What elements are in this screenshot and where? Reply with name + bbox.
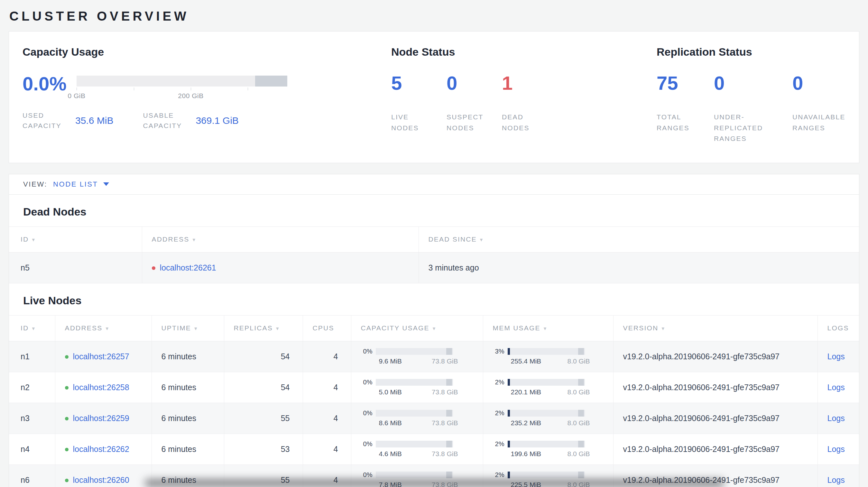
node-address-link[interactable]: localhost:26259 [73, 414, 129, 423]
sort-desc-icon: ▾ [32, 326, 35, 332]
usage-total-value: 8.0 GiB [567, 450, 590, 458]
memory-usage-values: 199.6 MiB8.0 GiB [493, 450, 590, 458]
usage-used-value: 4.6 MiB [379, 450, 402, 458]
logs-link[interactable]: Logs [828, 476, 845, 484]
live-nodes-table: ID▾ADDRESS▾UPTIME▾REPLICAS▾CPUSCAPACITY … [9, 315, 859, 487]
axis-tick-label: 200 GiB [178, 92, 203, 100]
node-uptime-cell: 6 minutes [152, 433, 224, 464]
live-nodes-stat: 5 LIVE NODES [391, 74, 446, 133]
column-label: ADDRESS [65, 324, 103, 332]
replication-status-stats: 75 TOTAL RANGES 0 UNDER-REPLICATED RANGE… [657, 74, 859, 144]
memory-usage-cell: 2%199.6 MiB8.0 GiB [483, 433, 613, 464]
live-node-row: n3localhost:262596 minutes5540%8.6 MiB73… [9, 403, 859, 433]
dead-status-dot-icon [152, 266, 155, 270]
axis-tick [191, 88, 191, 90]
memory-usage-cell: 3%255.4 MiB8.0 GiB [483, 341, 613, 372]
used-capacity-stat: USED CAPACITY 35.6 MiB [23, 110, 113, 131]
column-label: MEM USAGE [493, 324, 540, 332]
live-nodes-col-logs: LOGS [817, 315, 859, 341]
capacity-usage-row: 0% [361, 348, 458, 355]
dead-nodes-count: 1 [502, 74, 557, 93]
usage-bar-capacity-marker [578, 379, 584, 386]
dead-nodes-col-dead-since[interactable]: DEAD SINCE▾ [418, 226, 859, 252]
cluster-overview-page: CLUSTER OVERVIEW Capacity Usage 0.0% 0 G… [0, 9, 868, 487]
node-id-cell: n5 [9, 252, 142, 283]
memory-usage-row: 2% [493, 471, 590, 479]
chevron-down-icon [103, 183, 109, 186]
memory-usage-meter: 2%220.1 MiB8.0 GiB [493, 379, 590, 396]
total-ranges-stat: 75 TOTAL RANGES [657, 74, 714, 144]
column-label: CPUS [313, 324, 334, 332]
usage-bar-capacity-marker [578, 472, 584, 478]
replication-status-heading: Replication Status [657, 46, 859, 58]
usage-percent: 3% [493, 348, 508, 355]
live-nodes-col-id[interactable]: ID▾ [9, 315, 55, 341]
node-address-link[interactable]: localhost:26257 [73, 352, 129, 361]
axis-tick [248, 88, 248, 90]
usage-bar-fill [508, 348, 510, 355]
logs-link[interactable]: Logs [828, 383, 845, 392]
memory-usage-meter: 2%199.6 MiB8.0 GiB [493, 441, 590, 458]
sort-desc-icon: ▾ [544, 326, 547, 332]
column-label: VERSION [623, 324, 658, 332]
dead-nodes-col-id[interactable]: ID▾ [9, 226, 142, 252]
axis-tick [134, 88, 134, 90]
node-address-link[interactable]: localhost:26262 [73, 445, 129, 454]
capacity-bar-chart: 0 GiB 200 GiB [76, 74, 287, 101]
view-bar: VIEW: NODE LIST [9, 174, 859, 195]
node-id-cell: n1 [9, 341, 55, 372]
node-address-cell: localhost:26260 [55, 464, 152, 487]
live-nodes-col-mem-usage[interactable]: MEM USAGE▾ [483, 315, 613, 341]
capacity-usage-meter: 0%9.6 MiB73.8 GiB [361, 348, 458, 365]
node-uptime-cell: 6 minutes [152, 403, 224, 433]
logs-link[interactable]: Logs [828, 414, 845, 423]
usage-used-value: 8.6 MiB [379, 419, 402, 427]
usage-bar-fill [508, 379, 510, 386]
live-nodes-col-address[interactable]: ADDRESS▾ [55, 315, 152, 341]
live-nodes-col-capacity-usage[interactable]: CAPACITY USAGE▾ [351, 315, 483, 341]
node-address-link[interactable]: localhost:26260 [73, 476, 129, 484]
logs-link[interactable]: Logs [828, 445, 845, 454]
usage-percent: 0% [361, 348, 376, 355]
live-status-dot-icon [65, 448, 68, 451]
capacity-usage-bar [376, 410, 453, 417]
memory-usage-cell: 2%235.2 MiB8.0 GiB [483, 403, 613, 433]
memory-usage-meter: 3%255.4 MiB8.0 GiB [493, 348, 590, 365]
node-address-cell: localhost:26261 [142, 252, 418, 283]
memory-usage-values: 220.1 MiB8.0 GiB [493, 388, 590, 396]
live-nodes-col-uptime[interactable]: UPTIME▾ [152, 315, 224, 341]
column-label: ADDRESS [152, 235, 189, 243]
dead-nodes-col-address[interactable]: ADDRESS▾ [142, 226, 418, 252]
logs-link[interactable]: Logs [828, 352, 845, 361]
live-nodes-col-version[interactable]: VERSION▾ [613, 315, 817, 341]
memory-usage-row: 2% [493, 379, 590, 386]
view-selector-dropdown[interactable]: NODE LIST [53, 180, 109, 189]
usage-used-value: 255.4 MiB [511, 357, 541, 365]
usage-bar-capacity-marker [446, 410, 452, 417]
usage-bar-fill [508, 441, 510, 448]
usage-bar-capacity-marker [578, 441, 584, 448]
node-logs-cell: Logs [817, 464, 859, 487]
node-address-cell: localhost:26258 [55, 372, 152, 403]
live-status-dot-icon [65, 479, 68, 482]
node-address-link[interactable]: localhost:26261 [160, 263, 216, 272]
column-label: ID [21, 235, 29, 243]
sort-desc-icon: ▾ [105, 326, 109, 332]
live-nodes-col-replicas[interactable]: REPLICAS▾ [224, 315, 303, 341]
node-replicas-cell: 54 [224, 372, 303, 403]
sort-desc-icon: ▾ [480, 237, 484, 243]
usable-capacity-stat: USABLE CAPACITY 369.1 GiB [143, 110, 238, 131]
cluster-summary-card: Capacity Usage 0.0% 0 GiB 200 GiB [9, 31, 859, 163]
capacity-usage-bar [376, 348, 453, 355]
usable-capacity-value: 369.1 GiB [196, 115, 238, 126]
node-id-cell: n3 [9, 403, 55, 433]
capacity-details: USED CAPACITY 35.6 MiB USABLE CAPACITY 3… [23, 110, 391, 131]
node-address-link[interactable]: localhost:26258 [73, 383, 129, 392]
window-shadow [145, 479, 724, 487]
node-replicas-cell: 55 [224, 403, 303, 433]
usage-bar-capacity-marker [578, 410, 584, 417]
memory-usage-row: 2% [493, 410, 590, 417]
node-id-cell: n6 [9, 464, 55, 487]
under-replicated-ranges-stat: 0 UNDER-REPLICATED RANGES [714, 74, 793, 144]
suspect-nodes-label: SUSPECT NODES [446, 111, 489, 133]
